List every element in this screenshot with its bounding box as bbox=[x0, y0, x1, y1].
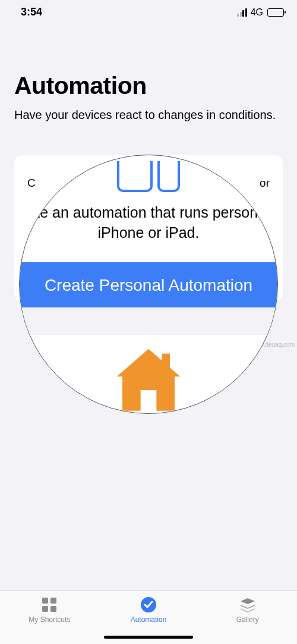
fragment-left: C bbox=[27, 177, 36, 190]
svg-rect-3 bbox=[50, 598, 56, 604]
page-subtitle: Have your devices react to changes in co… bbox=[14, 107, 283, 123]
fragment-right: or bbox=[260, 177, 270, 190]
status-time: 3:54 bbox=[21, 6, 42, 18]
tab-automation[interactable]: Automation bbox=[113, 596, 184, 624]
status-bar: 3:54 4G bbox=[0, 0, 297, 21]
svg-rect-1 bbox=[162, 354, 170, 370]
gallery-stack-icon bbox=[239, 596, 257, 614]
create-personal-automation-button[interactable]: Create Personal Automation bbox=[20, 262, 277, 309]
tab-label: My Shortcuts bbox=[29, 615, 70, 624]
page-header: Automation Have your devices react to ch… bbox=[0, 21, 297, 135]
home-indicator[interactable] bbox=[104, 636, 193, 639]
battery-icon bbox=[267, 8, 284, 17]
automation-check-icon bbox=[140, 596, 157, 614]
tab-label: Gallery bbox=[236, 615, 259, 624]
zoom-description: ate an automation that runs personal iPh… bbox=[20, 203, 277, 243]
svg-rect-5 bbox=[50, 606, 56, 612]
network-label: 4G bbox=[251, 7, 263, 18]
zoom-home-icon bbox=[113, 348, 184, 414]
svg-rect-2 bbox=[42, 598, 48, 604]
magnifier-overlay: ate an automation that runs personal iPh… bbox=[19, 155, 278, 414]
status-right: 4G bbox=[237, 7, 284, 18]
shortcuts-grid-icon bbox=[40, 596, 58, 614]
tab-my-shortcuts[interactable]: My Shortcuts bbox=[14, 596, 85, 624]
svg-rect-4 bbox=[42, 606, 48, 612]
signal-icon bbox=[237, 8, 247, 17]
page-title: Automation bbox=[14, 72, 283, 100]
devices-icon bbox=[117, 161, 180, 192]
tab-label: Automation bbox=[131, 615, 167, 624]
tab-gallery[interactable]: Gallery bbox=[212, 596, 283, 624]
zoom-separator bbox=[20, 307, 277, 335]
